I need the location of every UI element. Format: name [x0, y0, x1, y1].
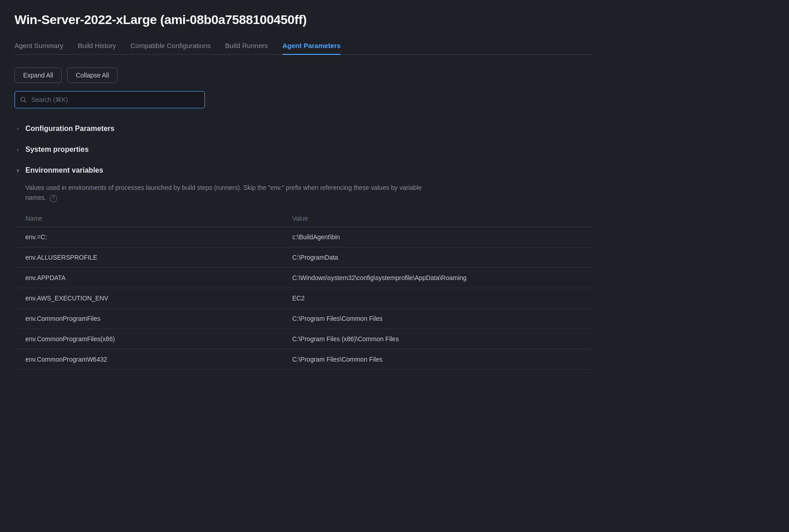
section-configuration-parameters-title: Configuration Parameters: [25, 125, 114, 133]
column-header-value: Value: [292, 211, 593, 227]
tab-compatible-configurations[interactable]: Compatible Configurations: [131, 37, 211, 55]
tabs-nav: Agent Summary Build History Compatible C…: [15, 37, 593, 55]
table-cell-value: c:\BuildAgent\bin: [292, 227, 593, 247]
table-row: env.CommonProgramFiles(x86)C:\Program Fi…: [15, 329, 593, 349]
chevron-icon-environment-variables: ∨: [15, 167, 21, 174]
table-row: env.CommonProgramW6432C:\Program Files\C…: [15, 349, 593, 369]
section-environment-variables-header[interactable]: ∨ Environment variables: [15, 161, 593, 180]
table-row: env.CommonProgramFilesC:\Program Files\C…: [15, 308, 593, 329]
page-container: Win-Server-2022-xLarge (ami-08b0a7588100…: [0, 0, 608, 384]
table-cell-name: env.CommonProgramFiles(x86): [15, 329, 292, 349]
section-environment-variables-title: Environment variables: [25, 166, 103, 174]
table-row: env.AWS_EXECUTION_ENVEC2: [15, 288, 593, 308]
collapse-all-button[interactable]: Collapse All: [67, 68, 117, 83]
chevron-icon-configuration-parameters: ›: [15, 126, 21, 132]
search-input[interactable]: [15, 91, 205, 108]
column-header-name: Name: [15, 211, 292, 227]
table-cell-value: C:\Program Files (x86)\Common Files: [292, 329, 593, 349]
section-system-properties-title: System properties: [25, 145, 89, 154]
section-configuration-parameters-header[interactable]: › Configuration Parameters: [15, 119, 593, 138]
table-cell-value: C:\ProgramData: [292, 247, 593, 267]
table-cell-value: C:\Windows\system32\config\systemprofile…: [292, 267, 593, 288]
table-cell-value: C:\Program Files\Common Files: [292, 308, 593, 329]
section-configuration-parameters: › Configuration Parameters: [15, 119, 593, 138]
tab-agent-summary[interactable]: Agent Summary: [15, 37, 63, 55]
page-title: Win-Server-2022-xLarge (ami-08b0a7588100…: [15, 13, 593, 27]
table-cell-name: env.CommonProgramW6432: [15, 349, 292, 369]
tab-build-history[interactable]: Build History: [78, 37, 116, 55]
table-row: env.=C:c:\BuildAgent\bin: [15, 227, 593, 247]
search-icon: [20, 97, 26, 103]
table-cell-value: EC2: [292, 288, 593, 308]
tab-agent-parameters[interactable]: Agent Parameters: [282, 37, 341, 55]
section-environment-variables-description: Values used in environments of processes…: [15, 180, 423, 211]
chevron-icon-system-properties: ›: [15, 146, 21, 153]
table-cell-name: env.APPDATA: [15, 267, 292, 288]
section-system-properties-header[interactable]: › System properties: [15, 140, 593, 159]
table-cell-name: env.AWS_EXECUTION_ENV: [15, 288, 292, 308]
table-cell-name: env.CommonProgramFiles: [15, 308, 292, 329]
toolbar: Expand All Collapse All: [15, 68, 593, 83]
section-environment-variables: ∨ Environment variables Values used in e…: [15, 161, 593, 370]
table-header-row: Name Value: [15, 211, 593, 227]
section-system-properties: › System properties: [15, 140, 593, 159]
table-cell-name: env.ALLUSERSPROFILE: [15, 247, 292, 267]
tab-build-runners[interactable]: Build Runners: [225, 37, 268, 55]
table-cell-name: env.=C:: [15, 227, 292, 247]
table-row: env.APPDATAC:\Windows\system32\config\sy…: [15, 267, 593, 288]
environment-variables-table: Name Value env.=C:c:\BuildAgent\binenv.A…: [15, 211, 593, 370]
search-container: [15, 91, 205, 108]
table-row: env.ALLUSERSPROFILEC:\ProgramData: [15, 247, 593, 267]
expand-all-button[interactable]: Expand All: [15, 68, 62, 83]
svg-line-1: [24, 101, 26, 103]
table-cell-value: C:\Program Files\Common Files: [292, 349, 593, 369]
help-icon[interactable]: ?: [50, 195, 57, 202]
